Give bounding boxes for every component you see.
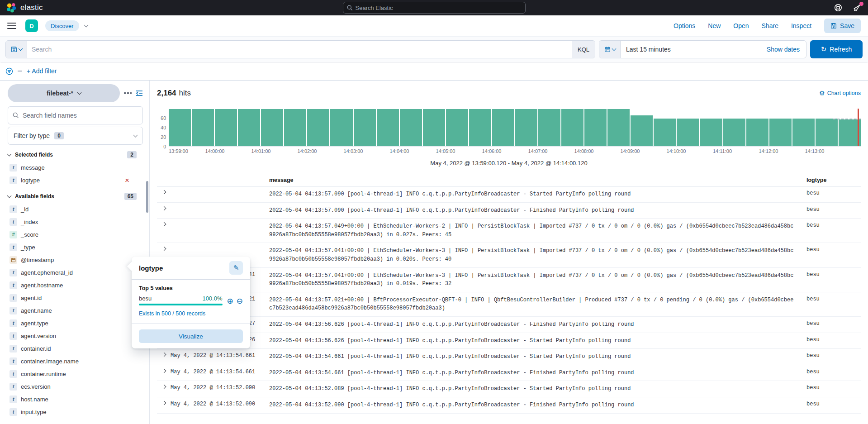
histogram-bar-14:12:30[interactable] — [792, 119, 815, 146]
histogram-bar-14:00:30[interactable] — [238, 109, 260, 146]
histogram-bar-14:10:00[interactable] — [677, 119, 699, 146]
field-item--type[interactable]: t_type — [8, 241, 143, 253]
filter-for-value-icon[interactable]: ⊕ — [227, 297, 233, 305]
field-item-ecs-version[interactable]: tecs.version — [8, 380, 143, 393]
histogram-bar-14:04:00[interactable] — [400, 109, 422, 146]
menu-icon[interactable] — [7, 23, 16, 29]
row-message: 2022-05-04 04:13:57.049+00:00 | EthSched… — [269, 222, 806, 239]
remove-field-icon[interactable]: × — [125, 176, 129, 184]
field-item-agent-hostname[interactable]: tagent.hostname — [8, 279, 143, 291]
breadcrumb-chevron-icon[interactable] — [84, 23, 88, 28]
histogram-bar-14:08:00[interactable] — [584, 109, 607, 146]
space-avatar[interactable]: D — [25, 19, 38, 32]
inspect-link[interactable]: Inspect — [791, 22, 811, 29]
histogram-bar-14:09:30[interactable] — [654, 119, 676, 146]
filter-out-value-icon[interactable]: ⊖ — [237, 297, 243, 305]
histogram-bar-13:59:00[interactable] — [169, 109, 191, 146]
share-link[interactable]: Share — [762, 22, 778, 29]
field-name: agent.name — [21, 307, 52, 314]
date-quick-menu-button[interactable] — [599, 41, 621, 58]
field-item--id[interactable]: t_id — [8, 203, 143, 215]
histogram-bar-14:12:00[interactable] — [769, 119, 792, 146]
sidebar-scrollbar[interactable] — [146, 181, 148, 213]
field-item-agent-version[interactable]: tagent.version — [8, 329, 143, 342]
filter-icon[interactable] — [5, 67, 13, 75]
expand-row-button[interactable] — [157, 190, 171, 199]
expand-row-button[interactable] — [157, 353, 171, 361]
options-link[interactable]: Options — [674, 22, 695, 29]
histogram-bar-14:07:30[interactable] — [561, 109, 583, 146]
expand-row-button[interactable] — [157, 222, 171, 239]
field-search-input[interactable] — [23, 112, 138, 119]
histogram-bar-13:59:30[interactable] — [192, 109, 214, 146]
field-item-container-id[interactable]: tcontainer.id — [8, 342, 143, 355]
histogram-bar-14:10:30[interactable] — [700, 119, 722, 146]
histogram-bar-14:04:30[interactable] — [423, 109, 445, 146]
field-item-agent-type[interactable]: tagent.type — [8, 317, 143, 329]
histogram-bar-14:06:30[interactable] — [515, 109, 537, 146]
add-filter-button[interactable]: + Add filter — [27, 67, 57, 75]
histogram-bar-14:07:00[interactable] — [538, 109, 560, 146]
open-link[interactable]: Open — [733, 22, 749, 29]
logtype-column-header[interactable]: logtype — [806, 177, 861, 183]
kql-language-button[interactable]: KQL — [572, 41, 595, 58]
histogram-bar-14:00:00[interactable] — [215, 109, 237, 146]
boxes-horizontal-icon[interactable] — [124, 92, 132, 94]
field-item-container-runtime[interactable]: tcontainer.runtime — [8, 367, 143, 380]
query-search-input[interactable] — [27, 46, 572, 53]
save-button[interactable]: Save — [824, 19, 861, 33]
field-item--timestamp[interactable]: @timestamp — [8, 253, 143, 266]
field-item-agent-name[interactable]: tagent.name — [8, 304, 143, 317]
histogram-bar-14:11:30[interactable] — [746, 119, 768, 146]
field-item-logtype[interactable]: tlogtype× — [8, 174, 143, 186]
exists-in-records-link[interactable]: Exists in 500 / 500 records — [139, 310, 205, 317]
histogram-bar-14:03:00[interactable] — [354, 109, 376, 146]
histogram-bar-14:08:30[interactable] — [607, 109, 630, 146]
time-range-value[interactable]: Last 15 minutes — [621, 46, 767, 53]
expand-row-button[interactable] — [157, 369, 171, 377]
text-field-type-icon: t — [9, 370, 17, 378]
histogram-bar-14:13:00[interactable] — [816, 119, 838, 146]
filter-by-type-dropdown[interactable]: Filter by type 0 — [8, 127, 143, 145]
histogram-bar-14:05:00[interactable] — [446, 109, 468, 146]
message-column-header[interactable]: message — [269, 177, 806, 183]
selected-fields-section[interactable]: Selected fields 2 — [8, 151, 143, 158]
field-item--index[interactable]: t_index — [8, 215, 143, 228]
news-feed-icon[interactable] — [853, 3, 862, 12]
chart-options-button[interactable]: ⚙ Chart options — [819, 90, 861, 97]
saved-query-menu-button[interactable] — [6, 41, 27, 58]
refresh-button[interactable]: ↻ Refresh — [810, 40, 863, 58]
expand-row-button[interactable] — [157, 206, 171, 215]
index-pattern-switcher[interactable]: filebeat-* — [8, 84, 120, 102]
histogram-bar-14:01:00[interactable] — [261, 109, 283, 146]
field-item--score[interactable]: #_score — [8, 228, 143, 241]
global-search-bar[interactable] — [343, 2, 526, 14]
breadcrumb[interactable]: Discover — [45, 20, 79, 31]
show-dates-button[interactable]: Show dates — [767, 46, 806, 53]
expand-row-button[interactable] — [157, 401, 171, 410]
edit-field-button[interactable]: ✎ — [229, 261, 243, 275]
expand-row-button[interactable] — [157, 385, 171, 393]
histogram-bar-14:01:30[interactable] — [284, 109, 306, 146]
field-item-container-image-name[interactable]: tcontainer.image.name — [8, 355, 143, 367]
field-item-agent-ephemeral-id[interactable]: tagent.ephemeral_id — [8, 266, 143, 279]
field-item-message[interactable]: tmessage — [8, 161, 143, 174]
help-icon[interactable] — [834, 3, 843, 12]
collapse-sidebar-icon[interactable] — [136, 90, 143, 96]
histogram-bar-14:02:30[interactable] — [330, 109, 352, 146]
field-item-host-name[interactable]: thost.name — [8, 393, 143, 405]
histogram-bar-14:05:30[interactable] — [469, 109, 491, 146]
histogram-bar-14:03:30[interactable] — [377, 109, 399, 146]
histogram-bar-14:06:00[interactable] — [492, 109, 514, 146]
visualize-button[interactable]: Visualize — [139, 329, 243, 343]
histogram-bar-14:09:00[interactable] — [631, 115, 653, 146]
histogram-bar-14:02:00[interactable] — [307, 109, 329, 146]
new-link[interactable]: New — [708, 22, 721, 29]
histogram-bar-14:11:00[interactable] — [723, 119, 745, 146]
global-search-input[interactable] — [356, 5, 522, 11]
available-fields-section[interactable]: Available fields 65 — [8, 193, 143, 200]
chart-plot-area[interactable] — [169, 109, 861, 147]
field-item-agent-id[interactable]: tagent.id — [8, 291, 143, 304]
elastic-logo[interactable]: elastic — [6, 3, 43, 13]
field-item-input-type[interactable]: tinput.type — [8, 405, 143, 418]
